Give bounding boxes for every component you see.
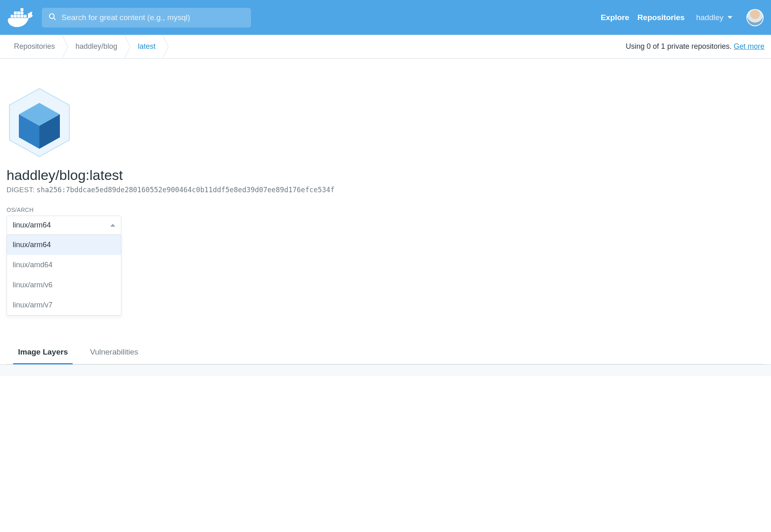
search-icon [48, 13, 57, 23]
svg-point-9 [50, 14, 55, 18]
digest-value: sha256:7bddcae5ed89de280160552e900464c0b… [36, 186, 335, 194]
repo-cube-icon [7, 87, 72, 159]
os-arch-selected-value: linux/arm64 [13, 221, 51, 230]
svg-rect-5 [14, 11, 17, 14]
svg-rect-1 [14, 15, 17, 18]
os-arch-option[interactable]: linux/arm/v7 [7, 295, 121, 315]
digest-label: DIGEST: [7, 186, 34, 194]
os-arch-option[interactable]: linux/arm/v6 [7, 275, 121, 295]
svg-rect-2 [17, 15, 20, 18]
os-arch-dropdown: linux/arm64 linux/amd64 linux/arm/v6 lin… [7, 235, 121, 316]
svg-rect-0 [11, 15, 14, 18]
os-arch-option[interactable]: linux/arm64 [7, 235, 121, 255]
page-title: haddley/blog:latest [7, 167, 764, 183]
tab-vulnerabilities[interactable]: Vulnerabilities [90, 342, 138, 364]
tab-image-layers[interactable]: Image Layers [18, 342, 68, 364]
breadcrumb-separator-icon [163, 35, 169, 59]
svg-rect-3 [21, 15, 23, 18]
username-label: haddley [696, 13, 723, 22]
nav-explore[interactable]: Explore [601, 13, 630, 22]
breadcrumb-label: Repositories [14, 42, 55, 51]
breadcrumb-label: haddley/blog [75, 42, 117, 51]
main-content: haddley/blog:latest DIGEST: sha256:7bddc… [0, 59, 771, 364]
detail-tabs: Image Layers Vulnerabilities [7, 342, 764, 364]
search-input[interactable] [42, 8, 251, 27]
header-nav: Explore Repositories haddley [601, 9, 764, 26]
avatar[interactable] [746, 9, 764, 26]
breadcrumb-tag[interactable]: latest [130, 35, 163, 58]
os-arch-selectbox[interactable]: linux/arm64 [7, 216, 121, 235]
svg-rect-7 [21, 11, 23, 14]
search-wrap [42, 8, 251, 27]
user-menu[interactable]: haddley [696, 13, 732, 22]
private-repo-status: Using 0 of 1 private repositories. Get m… [626, 42, 764, 51]
svg-rect-4 [24, 15, 27, 18]
content-panel [0, 364, 771, 376]
os-arch-option[interactable]: linux/amd64 [7, 255, 121, 275]
breadcrumb-repositories[interactable]: Repositories [7, 35, 62, 58]
top-header: Explore Repositories haddley [0, 0, 771, 35]
svg-line-10 [54, 18, 56, 20]
os-arch-label: OS/ARCH [7, 207, 121, 213]
nav-repositories[interactable]: Repositories [637, 13, 684, 22]
breadcrumb-separator-icon [125, 35, 130, 59]
docker-logo[interactable] [7, 7, 37, 28]
svg-rect-6 [17, 11, 20, 14]
chevron-up-icon [110, 224, 115, 227]
digest-row: DIGEST: sha256:7bddcae5ed89de280160552e9… [7, 186, 764, 194]
get-more-link[interactable]: Get more [734, 42, 764, 50]
private-repo-text: Using 0 of 1 private repositories. [626, 42, 734, 50]
breadcrumb-label: latest [138, 42, 155, 51]
breadcrumb-separator-icon [62, 35, 68, 59]
breadcrumb-bar: Repositories haddley/blog latest Using 0… [0, 35, 771, 59]
chevron-down-icon [728, 16, 732, 19]
svg-rect-8 [21, 8, 23, 11]
breadcrumb-repo[interactable]: haddley/blog [68, 35, 125, 58]
os-arch-select: OS/ARCH linux/arm64 linux/arm64 linux/am… [7, 207, 121, 316]
